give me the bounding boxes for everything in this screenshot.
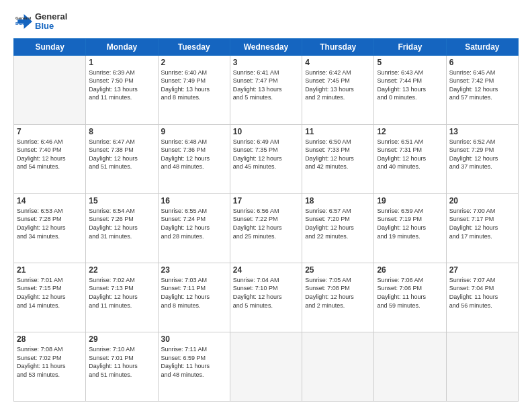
day-number: 29 (89, 334, 154, 344)
calendar-cell: 16Sunrise: 6:55 AM Sunset: 7:24 PM Dayli… (158, 193, 230, 263)
calendar-cell: 14Sunrise: 6:53 AM Sunset: 7:28 PM Dayli… (14, 193, 86, 263)
calendar-cell: 12Sunrise: 6:51 AM Sunset: 7:31 PM Dayli… (374, 124, 446, 193)
calendar-week-5: 28Sunrise: 7:08 AM Sunset: 7:02 PM Dayli… (14, 332, 519, 401)
day-header-friday: Friday (374, 38, 446, 55)
calendar-cell: 2Sunrise: 6:40 AM Sunset: 7:49 PM Daylig… (158, 55, 230, 124)
day-number: 5 (377, 58, 443, 67)
calendar-cell: 18Sunrise: 6:57 AM Sunset: 7:20 PM Dayli… (302, 193, 374, 263)
day-content: Sunrise: 6:40 AM Sunset: 7:49 PM Dayligh… (161, 68, 227, 102)
calendar-cell (374, 332, 446, 401)
day-number: 19 (377, 196, 443, 205)
day-content: Sunrise: 7:06 AM Sunset: 7:06 PM Dayligh… (377, 276, 443, 310)
day-content: Sunrise: 7:10 AM Sunset: 7:01 PM Dayligh… (89, 345, 154, 379)
calendar-week-3: 14Sunrise: 6:53 AM Sunset: 7:28 PM Dayli… (14, 193, 519, 263)
calendar-cell: 3Sunrise: 6:41 AM Sunset: 7:47 PM Daylig… (230, 55, 302, 124)
calendar-cell (14, 55, 86, 124)
day-number: 14 (17, 196, 83, 205)
calendar-cell: 8Sunrise: 6:47 AM Sunset: 7:38 PM Daylig… (86, 124, 158, 193)
day-content: Sunrise: 6:51 AM Sunset: 7:31 PM Dayligh… (377, 138, 443, 171)
calendar-week-2: 7Sunrise: 6:46 AM Sunset: 7:40 PM Daylig… (14, 124, 519, 193)
day-number: 11 (305, 127, 371, 136)
calendar-cell (446, 332, 518, 401)
day-header-wednesday: Wednesday (230, 38, 302, 55)
day-content: Sunrise: 6:48 AM Sunset: 7:36 PM Dayligh… (161, 138, 227, 171)
day-content: Sunrise: 6:43 AM Sunset: 7:44 PM Dayligh… (377, 68, 443, 102)
day-header-saturday: Saturday (446, 38, 518, 55)
calendar-cell: 15Sunrise: 6:54 AM Sunset: 7:26 PM Dayli… (86, 193, 158, 263)
day-number: 3 (233, 58, 299, 67)
day-number: 21 (17, 265, 83, 275)
calendar-cell: 22Sunrise: 7:02 AM Sunset: 7:13 PM Dayli… (86, 263, 158, 332)
calendar-cell: 27Sunrise: 7:07 AM Sunset: 7:04 PM Dayli… (446, 263, 518, 332)
calendar-cell: 21Sunrise: 7:01 AM Sunset: 7:15 PM Dayli… (14, 263, 86, 332)
day-content: Sunrise: 6:49 AM Sunset: 7:35 PM Dayligh… (233, 138, 299, 171)
header: General Blue General Blue (13, 12, 519, 32)
day-content: Sunrise: 6:56 AM Sunset: 7:22 PM Dayligh… (233, 207, 299, 240)
calendar-cell: 26Sunrise: 7:06 AM Sunset: 7:06 PM Dayli… (374, 263, 446, 332)
day-number: 10 (233, 127, 299, 136)
calendar-cell: 23Sunrise: 7:03 AM Sunset: 7:11 PM Dayli… (158, 263, 230, 332)
calendar-cell: 4Sunrise: 6:42 AM Sunset: 7:45 PM Daylig… (302, 55, 374, 124)
day-content: Sunrise: 7:08 AM Sunset: 7:02 PM Dayligh… (17, 345, 83, 379)
day-header-monday: Monday (86, 38, 158, 55)
day-number: 17 (233, 196, 299, 205)
day-content: Sunrise: 7:01 AM Sunset: 7:15 PM Dayligh… (17, 276, 83, 310)
day-number: 23 (161, 265, 227, 275)
day-number: 27 (449, 265, 515, 275)
day-content: Sunrise: 6:39 AM Sunset: 7:50 PM Dayligh… (89, 68, 154, 102)
day-number: 2 (161, 58, 227, 67)
day-content: Sunrise: 6:54 AM Sunset: 7:26 PM Dayligh… (89, 207, 154, 240)
day-content: Sunrise: 6:53 AM Sunset: 7:28 PM Dayligh… (17, 207, 83, 240)
day-number: 16 (161, 196, 227, 205)
calendar-cell: 20Sunrise: 7:00 AM Sunset: 7:17 PM Dayli… (446, 193, 518, 263)
calendar-week-4: 21Sunrise: 7:01 AM Sunset: 7:15 PM Dayli… (14, 263, 519, 332)
day-number: 22 (89, 265, 154, 275)
calendar-cell: 24Sunrise: 7:04 AM Sunset: 7:10 PM Dayli… (230, 263, 302, 332)
day-header-tuesday: Tuesday (158, 38, 230, 55)
day-number: 4 (305, 58, 371, 67)
page: General Blue General Blue SundayMondayTu… (0, 0, 532, 411)
day-content: Sunrise: 6:46 AM Sunset: 7:40 PM Dayligh… (17, 138, 83, 171)
day-number: 8 (89, 127, 154, 136)
calendar-week-1: 1Sunrise: 6:39 AM Sunset: 7:50 PM Daylig… (14, 55, 519, 124)
calendar-cell: 28Sunrise: 7:08 AM Sunset: 7:02 PM Dayli… (14, 332, 86, 401)
day-number: 1 (89, 58, 154, 67)
calendar-cell: 5Sunrise: 6:43 AM Sunset: 7:44 PM Daylig… (374, 55, 446, 124)
day-number: 9 (161, 127, 227, 136)
calendar-cell: 13Sunrise: 6:52 AM Sunset: 7:29 PM Dayli… (446, 124, 518, 193)
day-number: 12 (377, 127, 443, 136)
day-content: Sunrise: 7:07 AM Sunset: 7:04 PM Dayligh… (449, 276, 515, 310)
day-content: Sunrise: 6:55 AM Sunset: 7:24 PM Dayligh… (161, 207, 227, 240)
day-header-thursday: Thursday (302, 38, 374, 55)
calendar-cell: 7Sunrise: 6:46 AM Sunset: 7:40 PM Daylig… (14, 124, 86, 193)
day-content: Sunrise: 7:11 AM Sunset: 6:59 PM Dayligh… (161, 345, 227, 379)
day-content: Sunrise: 6:50 AM Sunset: 7:33 PM Dayligh… (305, 138, 371, 171)
calendar-cell: 29Sunrise: 7:10 AM Sunset: 7:01 PM Dayli… (86, 332, 158, 401)
calendar-cell: 10Sunrise: 6:49 AM Sunset: 7:35 PM Dayli… (230, 124, 302, 193)
day-content: Sunrise: 6:45 AM Sunset: 7:42 PM Dayligh… (449, 68, 515, 102)
calendar-table: SundayMondayTuesdayWednesdayThursdayFrid… (13, 38, 519, 402)
logo: General Blue General Blue (13, 12, 67, 32)
day-number: 25 (305, 265, 371, 275)
day-number: 15 (89, 196, 154, 205)
calendar-cell (230, 332, 302, 401)
day-content: Sunrise: 6:41 AM Sunset: 7:47 PM Dayligh… (233, 68, 299, 102)
day-content: Sunrise: 7:04 AM Sunset: 7:10 PM Dayligh… (233, 276, 299, 310)
day-number: 26 (377, 265, 443, 275)
day-content: Sunrise: 6:52 AM Sunset: 7:29 PM Dayligh… (449, 138, 515, 171)
calendar-cell: 25Sunrise: 7:05 AM Sunset: 7:08 PM Dayli… (302, 263, 374, 332)
day-number: 7 (17, 127, 83, 136)
day-number: 13 (449, 127, 515, 136)
day-number: 28 (17, 334, 83, 344)
day-content: Sunrise: 7:05 AM Sunset: 7:08 PM Dayligh… (305, 276, 371, 310)
day-content: Sunrise: 6:57 AM Sunset: 7:20 PM Dayligh… (305, 207, 371, 240)
logo-icon: General Blue (13, 12, 32, 31)
day-content: Sunrise: 7:02 AM Sunset: 7:13 PM Dayligh… (89, 276, 154, 310)
calendar-cell: 6Sunrise: 6:45 AM Sunset: 7:42 PM Daylig… (446, 55, 518, 124)
svg-text:Blue: Blue (15, 21, 25, 26)
calendar-cell: 11Sunrise: 6:50 AM Sunset: 7:33 PM Dayli… (302, 124, 374, 193)
day-content: Sunrise: 7:00 AM Sunset: 7:17 PM Dayligh… (449, 207, 515, 240)
calendar-cell: 19Sunrise: 6:59 AM Sunset: 7:19 PM Dayli… (374, 193, 446, 263)
day-header-sunday: Sunday (14, 38, 86, 55)
day-number: 6 (449, 58, 515, 67)
